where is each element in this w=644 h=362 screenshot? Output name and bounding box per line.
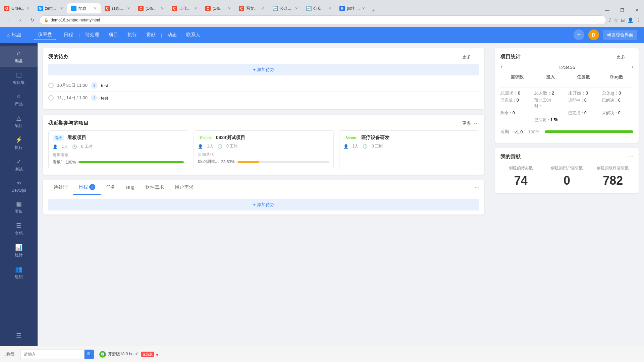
minimize-button[interactable]: — bbox=[603, 7, 611, 13]
project-card-3[interactable]: Scrum 医疗设备研发 👤 1人 🕐 0 工时 bbox=[339, 130, 479, 169]
tab-schedule-badge: 2 bbox=[89, 184, 95, 190]
research-button[interactable]: 研发综合界面 bbox=[603, 30, 637, 40]
tab-upload-close[interactable]: ✕ bbox=[194, 6, 197, 11]
nav-contribution[interactable]: 贡献 bbox=[142, 30, 160, 40]
nav-contact[interactable]: 联系人 bbox=[182, 30, 204, 40]
my-todos-dots[interactable]: ⋯ bbox=[474, 54, 479, 60]
sidebar-item-product[interactable]: ○ 产品 bbox=[0, 89, 38, 110]
project-card-2[interactable]: Scrum 0824测试项目 👤 1人 🕐 0 工时 近期迭代 0824测试..… bbox=[194, 130, 333, 169]
project-stats-more[interactable]: 更多 bbox=[616, 54, 625, 60]
tab-c1-close[interactable]: ✕ bbox=[127, 6, 130, 11]
sidebar-item-test[interactable]: ✓ 测试 bbox=[0, 155, 38, 176]
avatar[interactable]: D bbox=[588, 29, 599, 40]
todo-checkbox-1[interactable] bbox=[48, 83, 54, 88]
nav-execution[interactable]: 执行 bbox=[123, 30, 141, 40]
forward-button[interactable]: › bbox=[15, 15, 25, 25]
tab-write-icon: C bbox=[239, 6, 244, 11]
project-set-icon: ◫ bbox=[16, 71, 22, 78]
tab-schedule[interactable]: 日程 2 bbox=[73, 180, 101, 195]
stats-cell-empty4 bbox=[602, 117, 633, 123]
split-view-icon[interactable]: ⊟ bbox=[621, 17, 625, 23]
stats-nav: ‹ 123456 › bbox=[500, 64, 633, 70]
sidebar-label-org: 组织 bbox=[15, 274, 23, 280]
project-stats-actions: 更多 ⋯ bbox=[616, 54, 633, 60]
sidebar-item-docs[interactable]: ☰ 文档 bbox=[0, 219, 38, 240]
recent-projects-more[interactable]: 更多 bbox=[462, 120, 471, 126]
profile-icon[interactable]: 👤 bbox=[628, 17, 633, 23]
tab-user-req[interactable]: 用户需求 bbox=[169, 180, 199, 194]
tab-wx2-close[interactable]: ✕ bbox=[328, 6, 331, 11]
bottom-search-input[interactable] bbox=[20, 350, 85, 359]
tab-write[interactable]: C 写文... ✕ bbox=[235, 3, 268, 13]
close-window-button[interactable]: ✕ bbox=[633, 7, 641, 13]
tab-gitee[interactable]: G Gitee... ✕ bbox=[0, 3, 34, 13]
nav-dynamic[interactable]: 动态 bbox=[163, 30, 181, 40]
contribution-dots[interactable]: ⋯ bbox=[628, 154, 633, 160]
tab-pdf[interactable]: 百 pdf扌... ✕ bbox=[335, 3, 369, 13]
sidebar-label-docs: 文档 bbox=[15, 231, 23, 236]
tab-gitee-close[interactable]: ✕ bbox=[26, 6, 30, 11]
tab-wx2[interactable]: 🔄 公众... ✕ bbox=[302, 3, 335, 13]
bottom-search-button[interactable]: 🔍 bbox=[85, 350, 94, 359]
tab-wx1[interactable]: 🔄 公众... ✕ bbox=[268, 3, 302, 13]
tab-wx1-close[interactable]: ✕ bbox=[295, 6, 298, 11]
tab-zentao-close[interactable]: ✕ bbox=[60, 6, 63, 11]
sidebar-item-project[interactable]: △ 项目 bbox=[0, 111, 38, 132]
tab-write-close[interactable]: ✕ bbox=[261, 6, 264, 11]
todo-date-1: 10月31日 11:00 bbox=[57, 82, 88, 88]
tab-zentao[interactable]: G zent... ✕ bbox=[34, 3, 67, 13]
add-button[interactable]: + bbox=[574, 29, 584, 40]
tab-c3-close[interactable]: ✕ bbox=[228, 6, 231, 11]
maximize-button[interactable]: ❐ bbox=[618, 7, 626, 13]
tab-c2[interactable]: C (1条... ✕ bbox=[134, 3, 168, 13]
sidebar-item-stats[interactable]: 📊 统计 bbox=[0, 240, 38, 261]
tab-pending[interactable]: 待处理 bbox=[48, 180, 73, 194]
nav-pending[interactable]: 待处理 bbox=[81, 30, 103, 40]
stats-prev-arrow[interactable]: ‹ bbox=[500, 64, 502, 70]
refresh-button[interactable]: ↻ bbox=[28, 15, 37, 25]
stats-row-3: 剩余：0 已完成：0 未解决：0 bbox=[500, 110, 633, 116]
recent-projects-dots[interactable]: ⋯ bbox=[474, 120, 479, 126]
sidebar-item-devops[interactable]: ∞ DevOps bbox=[0, 176, 38, 196]
nav-project[interactable]: 项目 bbox=[105, 30, 122, 40]
stats-project-name: 123456 bbox=[558, 64, 575, 70]
project-stats-dots[interactable]: ⋯ bbox=[628, 54, 633, 60]
back-button[interactable]: ‹ bbox=[3, 15, 13, 25]
project-card-1[interactable]: 看板 看板项目 👤 1人 🕐 0 工时 近期看板 看板1 100% bbox=[48, 130, 188, 169]
sidebar-item-dashboard[interactable]: ⌂ 地盘 bbox=[0, 46, 38, 67]
add-todo-button[interactable]: + 添加待办 bbox=[48, 64, 479, 75]
sidebar-item-project-set[interactable]: ◫ 项目集 bbox=[0, 68, 38, 89]
menu-icon[interactable]: ⋮ bbox=[636, 17, 641, 23]
version-progress-bar bbox=[545, 130, 633, 133]
tab-c3[interactable]: C (1条... ✕ bbox=[201, 3, 235, 13]
nav-dashboard[interactable]: 仪表盘 bbox=[34, 29, 56, 40]
tab-task[interactable]: 任务 bbox=[101, 180, 121, 194]
stats-next-arrow[interactable]: › bbox=[632, 64, 633, 70]
sidebar-item-kanban[interactable]: ▦ 看板 bbox=[0, 197, 38, 218]
tab-pdf-close[interactable]: ✕ bbox=[362, 6, 365, 11]
todo-checkbox-2[interactable] bbox=[48, 95, 54, 101]
stats-col-task: 任务数 bbox=[567, 74, 600, 83]
tab-dashboard-close[interactable]: ✕ bbox=[94, 6, 97, 11]
address-input-container[interactable]: 🔒 demo16.zentao.net/my.html bbox=[40, 15, 606, 25]
tab-c1[interactable]: C (1条... ✕ bbox=[101, 3, 134, 13]
tab-upload-icon: C bbox=[172, 6, 177, 11]
tab-upload[interactable]: C 上传... ✕ bbox=[168, 3, 201, 13]
tab-c2-close[interactable]: ✕ bbox=[161, 6, 164, 11]
bookmark-icon[interactable]: ☆ bbox=[614, 17, 618, 23]
my-todos-more[interactable]: 更多 bbox=[462, 54, 471, 60]
tab-dashboard[interactable]: 🌐 地盘 ✕ bbox=[67, 3, 101, 13]
share-icon[interactable]: ⤴ bbox=[609, 17, 611, 23]
sidebar-menu-button[interactable]: ☰ bbox=[13, 328, 24, 343]
sidebar-item-execution[interactable]: ⚡ 执行 bbox=[0, 133, 38, 154]
tabs-actions[interactable]: ⋯ bbox=[475, 185, 479, 190]
sidebar-item-org[interactable]: 👥 组织 bbox=[0, 262, 38, 283]
add-todo-inline-button[interactable]: + 添加待办 bbox=[48, 199, 479, 210]
nav-schedule[interactable]: 日程 bbox=[60, 30, 77, 40]
tab-software-req[interactable]: 软件需求 bbox=[140, 180, 169, 194]
tab-dashboard-icon: 🌐 bbox=[71, 6, 76, 11]
tab-bug[interactable]: Bug bbox=[121, 181, 140, 194]
new-tab-button[interactable]: + bbox=[369, 7, 377, 13]
stats-col-invest: 投入 bbox=[534, 74, 567, 83]
stats-col-bug: Bug数 bbox=[600, 74, 633, 83]
